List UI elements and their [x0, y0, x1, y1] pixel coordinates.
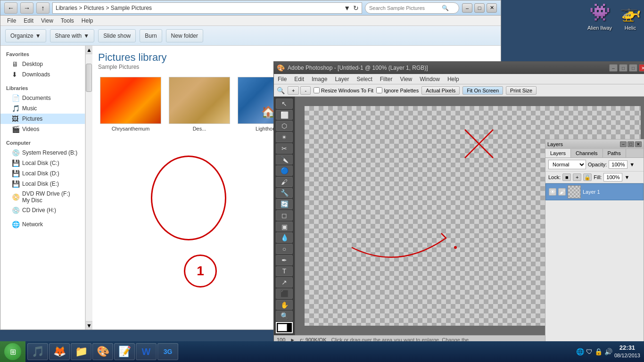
up-button[interactable]: ↑: [36, 2, 50, 14]
taskbar-item-firefox[interactable]: 🦊: [49, 343, 70, 360]
ps-menu-window[interactable]: Window: [416, 74, 444, 84]
volume-tray-icon[interactable]: 🔊: [604, 348, 612, 355]
tool-gradient[interactable]: ▣: [276, 222, 293, 232]
ignore-palettes-input[interactable]: [376, 87, 382, 93]
share-with-button[interactable]: Share with ▼: [50, 29, 95, 42]
lock-move-btn[interactable]: +: [573, 173, 581, 181]
menu-file[interactable]: File: [3, 16, 20, 25]
layers-close-btn[interactable]: ✕: [635, 141, 642, 147]
tab-layers[interactable]: Layers: [545, 149, 571, 157]
lock-pixels-btn[interactable]: ■: [562, 173, 571, 181]
ps-close-button[interactable]: ✕: [639, 64, 644, 72]
tool-path[interactable]: ↗: [276, 277, 293, 288]
ps-menu-select[interactable]: Select: [353, 74, 376, 84]
tool-text[interactable]: T: [276, 266, 293, 277]
zoom-out-button[interactable]: -: [300, 86, 311, 95]
search-input[interactable]: [369, 5, 440, 11]
picture-desert[interactable]: Des...: [167, 75, 232, 133]
tool-zoom[interactable]: 🔍: [276, 311, 293, 321]
menu-view[interactable]: View: [37, 16, 57, 25]
tool-stamp[interactable]: 🔧: [276, 188, 293, 198]
tool-wand[interactable]: ✴: [276, 132, 293, 142]
sidebar-item-documents[interactable]: 📄 Documents: [0, 93, 85, 103]
sidebar-item-pictures[interactable]: 🖼 Pictures: [0, 114, 85, 124]
tool-marquee[interactable]: ⬜: [276, 110, 293, 120]
tool-crop[interactable]: ✂: [276, 143, 293, 154]
new-folder-button[interactable]: New folder: [166, 29, 203, 42]
system-clock[interactable]: 22:31 08/12/2013: [614, 344, 640, 360]
tool-brush[interactable]: 🖌: [276, 177, 293, 187]
tab-paths[interactable]: Paths: [603, 149, 626, 157]
back-button[interactable]: ←: [4, 2, 17, 14]
fill-input[interactable]: [603, 173, 622, 181]
taskbar-item-media[interactable]: 🎵: [27, 343, 48, 360]
sidebar-item-downloads[interactable]: ⬇ Downloads: [0, 69, 85, 80]
minimize-button[interactable]: –: [462, 3, 472, 13]
sidebar-item-dvd[interactable]: 📀 DVD RW Drive (F:) My Disc: [0, 189, 85, 205]
ps-menu-view[interactable]: View: [396, 74, 416, 84]
fit-on-screen-button[interactable]: Fit On Screen: [462, 86, 503, 95]
close-button[interactable]: ✕: [487, 3, 497, 13]
sidebar-item-network[interactable]: 🌐 Network: [0, 219, 85, 230]
layers-minimize-btn[interactable]: –: [620, 141, 627, 147]
ps-menu-file[interactable]: File: [274, 74, 290, 84]
actual-pixels-button[interactable]: Actual Pixels: [421, 86, 460, 95]
sidebar-item-desktop[interactable]: 🖥 Desktop: [0, 59, 85, 69]
ps-menu-layer[interactable]: Layer: [331, 74, 353, 84]
layer-brush-btn[interactable]: 🖌: [558, 188, 566, 196]
scrollbar-thumb[interactable]: [86, 64, 92, 92]
sidebar-item-system-reserved[interactable]: 💿 System Reserved (B:): [0, 148, 85, 158]
resize-windows-input[interactable]: [314, 87, 320, 93]
tool-eraser[interactable]: ◻: [276, 210, 293, 221]
opacity-dropdown[interactable]: ▼: [629, 162, 635, 167]
fill-dropdown[interactable]: ▼: [624, 174, 629, 180]
ignore-palettes-checkbox[interactable]: Ignore Palettes: [376, 87, 419, 93]
tool-dodge[interactable]: ○: [276, 244, 293, 254]
sidebar-item-local-d[interactable]: 💾 Local Disk (D:): [0, 168, 85, 179]
resize-windows-checkbox[interactable]: Resize Windows To Fit: [314, 87, 373, 93]
sidebar-item-local-c[interactable]: 💾 Local Disk (C:): [0, 158, 85, 168]
tab-channels[interactable]: Channels: [571, 149, 603, 157]
scrollbar-up-arrow[interactable]: ▲: [86, 46, 92, 54]
address-bar[interactable]: Libraries > Pictures > Sample Pictures ▼…: [52, 2, 362, 14]
taskbar-item-explorer[interactable]: 📁: [71, 343, 91, 360]
picture-chrysanthemum[interactable]: Chrysanthemum: [98, 75, 163, 133]
organize-button[interactable]: Organize ▼: [5, 29, 46, 42]
address-dropdown[interactable]: ▼: [344, 4, 350, 12]
tool-move[interactable]: ↖: [276, 99, 293, 109]
tool-pen[interactable]: ✒: [276, 255, 293, 265]
scrollbar-down-arrow[interactable]: ▼: [86, 321, 92, 329]
ps-menu-image[interactable]: Image: [308, 74, 331, 84]
menu-help[interactable]: Help: [78, 16, 97, 25]
tool-history[interactable]: 🔄: [276, 199, 293, 209]
ps-menu-help[interactable]: Help: [444, 74, 463, 84]
tool-hand[interactable]: ✋: [276, 300, 293, 310]
menu-tools[interactable]: Tools: [57, 16, 78, 25]
lock-all-btn[interactable]: 🔒: [583, 173, 592, 181]
foreground-background-colors[interactable]: [276, 322, 293, 333]
search-box[interactable]: 🔍: [365, 2, 459, 14]
taskbar-item-paint[interactable]: 🎨: [92, 343, 113, 360]
tool-shape[interactable]: ⬛: [276, 288, 293, 299]
start-button[interactable]: ⊞: [0, 341, 25, 362]
sidebar-scrollbar[interactable]: ▲ ▼: [85, 46, 92, 329]
network-tray-icon[interactable]: 🌐: [576, 348, 584, 355]
ps-restore-button[interactable]: □: [619, 64, 627, 72]
ps-menu-filter[interactable]: Filter: [376, 74, 396, 84]
sidebar-item-music[interactable]: 🎵 Music: [0, 103, 85, 114]
desktop-icon-alien[interactable]: 👾 Alien llway: [587, 2, 612, 31]
zoom-in-button[interactable]: +: [288, 86, 299, 95]
blend-mode-select[interactable]: Normal: [548, 160, 586, 169]
forward-button[interactable]: →: [20, 2, 33, 14]
desktop-icon-helic[interactable]: 🚁 Helic: [619, 2, 642, 31]
menu-edit[interactable]: Edit: [20, 16, 37, 25]
layer-1-item[interactable]: 👁 🖌 Layer 1: [545, 183, 644, 200]
ps-minimize-button[interactable]: –: [609, 64, 618, 72]
sidebar-item-cd[interactable]: 💿 CD Drive (H:): [0, 205, 85, 215]
burn-button[interactable]: Burn: [140, 29, 162, 42]
refresh-button[interactable]: ↻: [353, 4, 359, 12]
slide-show-button[interactable]: Slide show: [98, 29, 136, 42]
antivirus-tray-icon[interactable]: 🔒: [594, 348, 603, 355]
sidebar-item-videos[interactable]: 🎬 Videos: [0, 124, 85, 134]
maximize-button[interactable]: □: [474, 3, 485, 13]
